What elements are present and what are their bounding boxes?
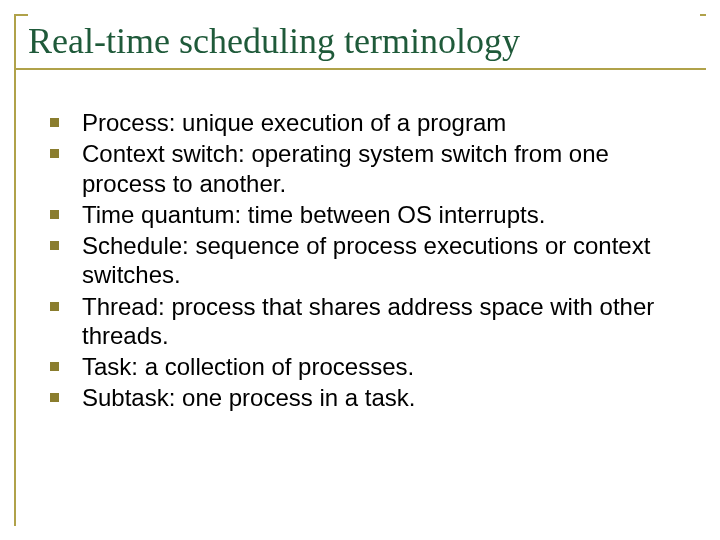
list-item: Context switch: operating system switch … — [48, 139, 680, 198]
bullet-square-icon — [50, 393, 59, 402]
list-item: Time quantum: time between OS interrupts… — [48, 200, 680, 229]
list-item-text: Schedule: sequence of process executions… — [82, 232, 650, 288]
list-item-text: Context switch: operating system switch … — [82, 140, 609, 196]
list-item: Process: unique execution of a program — [48, 108, 680, 137]
bullet-square-icon — [50, 302, 59, 311]
list-item: Subtask: one process in a task. — [48, 383, 680, 412]
bullet-square-icon — [50, 362, 59, 371]
bullet-square-icon — [50, 241, 59, 250]
bullet-square-icon — [50, 149, 59, 158]
bullet-square-icon — [50, 118, 59, 127]
list-item: Task: a collection of processes. — [48, 352, 680, 381]
list-item-text: Time quantum: time between OS interrupts… — [82, 201, 545, 228]
list-item: Thread: process that shares address spac… — [48, 292, 680, 351]
decorative-rule-under-title — [14, 68, 706, 70]
bullet-square-icon — [50, 210, 59, 219]
list-item-text: Process: unique execution of a program — [82, 109, 506, 136]
title-area: Real-time scheduling terminology — [28, 14, 700, 68]
decorative-rule-left — [14, 14, 16, 526]
list-item-text: Thread: process that shares address spac… — [82, 293, 654, 349]
bullet-list: Process: unique execution of a program C… — [48, 108, 680, 413]
page-title: Real-time scheduling terminology — [28, 20, 520, 62]
body-area: Process: unique execution of a program C… — [48, 108, 680, 415]
list-item: Schedule: sequence of process executions… — [48, 231, 680, 290]
list-item-text: Task: a collection of processes. — [82, 353, 414, 380]
slide: Real-time scheduling terminology Process… — [0, 0, 720, 540]
list-item-text: Subtask: one process in a task. — [82, 384, 416, 411]
